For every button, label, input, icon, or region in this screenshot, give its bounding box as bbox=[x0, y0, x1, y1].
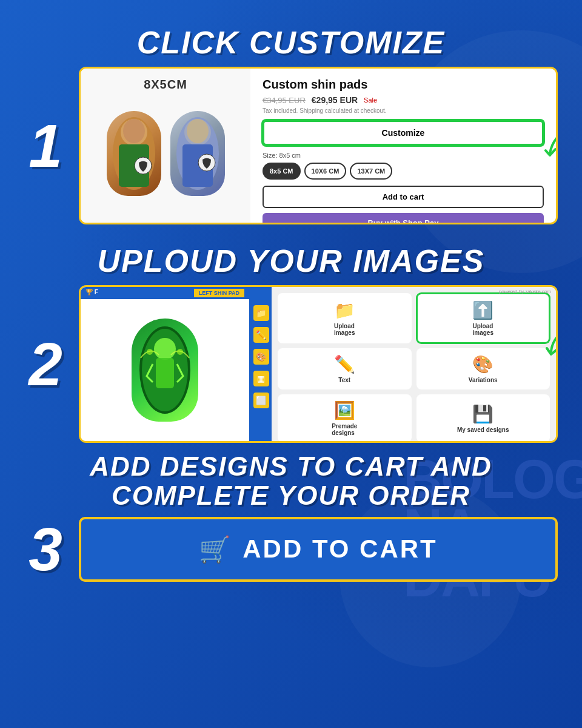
tool-premade[interactable]: 🖼️ Premadedesigns bbox=[278, 394, 412, 442]
step1-number: 1 bbox=[24, 115, 67, 176]
step2-heading-text: UPLOUD YOUR IMAGES bbox=[24, 243, 558, 279]
tool-upload-label: Uploadimages bbox=[334, 323, 355, 336]
step1-row: 1 8X5CM bbox=[24, 67, 558, 224]
add-to-cart-button[interactable]: 🛒 ADD TO CART bbox=[79, 517, 558, 582]
step1-arrow-annotation bbox=[541, 120, 558, 171]
step3-row: 3 🛒 ADD TO CART bbox=[24, 517, 558, 582]
step2-row: 2 🏆 F LEFT SHIN PAD bbox=[24, 285, 558, 443]
step2-number: 2 bbox=[24, 334, 67, 394]
brand-logo-text: 🏆 F bbox=[85, 289, 98, 297]
price-original: €34,95 EUR bbox=[263, 96, 306, 105]
step1-product-images: 8X5CM bbox=[81, 69, 250, 223]
shin-pads-container bbox=[107, 111, 225, 196]
price-row: €34,95 EUR €29,95 EUR Sale bbox=[263, 95, 544, 105]
step3-heading-text: ADD DESIGNS TO CART AND COMPLETE YOUR OR… bbox=[24, 452, 558, 511]
step2-section: UPLOUD YOUR IMAGES 2 🏆 F LEFT SHIN PAD bbox=[24, 237, 558, 446]
step1-heading-text: CLICK CUSTOMIZE bbox=[24, 24, 558, 61]
add-to-cart-label: ADD TO CART bbox=[242, 534, 438, 564]
customizer-tools: powered by zakeke.com 📁 Uploadimages ⬆️ … bbox=[272, 287, 556, 441]
product-title: Custom shin pads bbox=[263, 78, 544, 92]
price-sale: €29,95 EUR bbox=[312, 95, 358, 105]
shin-pad-left-inner bbox=[107, 111, 161, 196]
side-tool-frame[interactable]: ⬜ bbox=[253, 393, 269, 408]
step1-product-info: Custom shin pads €34,95 EUR €29,95 EUR S… bbox=[250, 69, 556, 223]
side-tool-text[interactable]: ✏️ bbox=[253, 327, 269, 343]
shin-size-label: 8X5CM bbox=[144, 78, 187, 92]
cart-icon: 🛒 bbox=[199, 534, 230, 564]
size-btn-10x6[interactable]: 10X6 CM bbox=[304, 163, 347, 180]
side-tool-image[interactable]: 📁 bbox=[253, 305, 269, 321]
svg-point-15 bbox=[177, 349, 183, 355]
size-btn-8x5[interactable]: 8x5 CM bbox=[263, 163, 301, 180]
tool-saved-label: My saved designs bbox=[457, 426, 509, 433]
svg-point-8 bbox=[187, 119, 209, 143]
saved-icon: 💾 bbox=[472, 404, 493, 424]
buy-now-button[interactable]: Buy with Shop Pay bbox=[263, 213, 544, 224]
tool-upload-highlighted[interactable]: ⬆️ Uploadimages bbox=[416, 293, 550, 343]
svg-point-12 bbox=[154, 338, 176, 360]
customize-button[interactable]: Customize bbox=[263, 120, 544, 146]
step2-panel: 🏆 F LEFT SHIN PAD bbox=[79, 285, 558, 443]
tool-variations-label: Variations bbox=[469, 377, 498, 383]
customizer-header-bar: 🏆 F LEFT SHIN PAD bbox=[81, 287, 249, 299]
size-btn-13x7[interactable]: 13X7 CM bbox=[350, 163, 392, 180]
svg-point-3 bbox=[123, 119, 145, 143]
step2-arrow-annotation bbox=[544, 318, 558, 363]
variations-icon: 🎨 bbox=[472, 354, 493, 374]
customizer-canvas: 🏆 F LEFT SHIN PAD bbox=[81, 287, 250, 441]
shin-pad-preview bbox=[132, 318, 198, 422]
price-badge: Sale bbox=[364, 96, 377, 104]
size-label: Size: 8x5 cm bbox=[263, 152, 544, 159]
step1-panel: 8X5CM bbox=[79, 67, 558, 224]
shin-pad-left bbox=[107, 111, 161, 196]
tool-variations[interactable]: 🎨 Variations bbox=[416, 348, 550, 389]
tool-text[interactable]: ✏️ Text bbox=[278, 348, 412, 389]
svg-point-14 bbox=[147, 349, 153, 355]
tool-premade-label: Premadedesigns bbox=[332, 423, 357, 436]
tool-saved[interactable]: 💾 My saved designs bbox=[416, 394, 550, 442]
shin-pad-right-inner bbox=[170, 111, 225, 196]
shin-pad-right bbox=[170, 111, 225, 196]
text-icon: ✏️ bbox=[334, 354, 355, 374]
upload-icon-highlighted: ⬆️ bbox=[472, 300, 493, 320]
side-tool-palette[interactable]: 🎨 bbox=[253, 349, 269, 365]
tax-text: Tax included. Shipping calculated at che… bbox=[263, 107, 544, 114]
size-buttons: 8x5 CM 10X6 CM 13X7 CM bbox=[263, 163, 544, 180]
powered-by-text: powered by zakeke.com bbox=[499, 289, 551, 294]
upload-images-icon: 📁 bbox=[334, 300, 355, 320]
side-toolbar: 📁 ✏️ 🎨 ▦ ⬜ bbox=[250, 287, 272, 441]
tool-upload-images[interactable]: 📁 Uploadimages bbox=[278, 293, 412, 343]
left-shin-label: LEFT SHIN PAD bbox=[194, 289, 244, 297]
add-to-cart-small-button[interactable]: Add to cart bbox=[263, 186, 544, 208]
side-tool-grid[interactable]: ▦ bbox=[253, 371, 269, 386]
step3-number: 3 bbox=[24, 519, 67, 579]
premade-icon: 🖼️ bbox=[334, 400, 355, 420]
tool-upload-label-2: Uploadimages bbox=[473, 323, 493, 336]
step3-section: ADD DESIGNS TO CART AND COMPLETE YOUR OR… bbox=[24, 452, 558, 582]
tool-text-label: Text bbox=[338, 377, 350, 383]
svg-rect-13 bbox=[156, 358, 174, 388]
